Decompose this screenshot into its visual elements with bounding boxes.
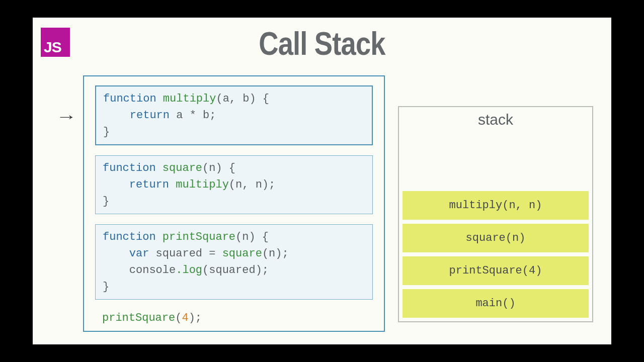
kw-function: function <box>103 231 156 243</box>
execution-arrow-icon: → <box>56 108 77 125</box>
js-logo-icon: JS <box>41 28 70 57</box>
code-text: } <box>103 195 109 208</box>
fn-printsquare-call: printSquare <box>102 312 175 324</box>
code-block-multiply: function multiply(a, b) { return a * b; … <box>95 85 373 145</box>
code-text: } <box>103 126 110 138</box>
slide-title: Call Stack <box>76 25 568 62</box>
kw-function: function <box>103 93 156 105</box>
code-block-printsquare: function printSquare(n) { var squared = … <box>95 224 373 300</box>
code-text: (n); <box>262 247 289 260</box>
kw-var: var <box>129 247 149 260</box>
code-block-square: function square(n) { return multiply(n, … <box>95 155 373 214</box>
kw-return: return <box>130 109 170 122</box>
code-text: (n) { <box>235 231 269 243</box>
code-text: ( <box>175 312 182 324</box>
fn-multiply-call: multiply <box>176 178 229 191</box>
fn-square-call: square <box>222 247 262 260</box>
stack-frame: main() <box>403 289 589 318</box>
code-call-line: printSquare(4); <box>95 310 373 326</box>
fn-square: square <box>163 162 202 174</box>
code-text: squared = <box>149 247 222 260</box>
code-text: console <box>129 264 176 277</box>
code-text: (n, n); <box>229 178 275 191</box>
stack-frame: printSquare(4) <box>403 256 589 285</box>
code-text: (squared); <box>202 264 269 277</box>
slide: JS Call Stack → function multiply(a, b) … <box>33 18 611 344</box>
kw-function: function <box>103 162 156 174</box>
fn-log: .log <box>176 264 202 277</box>
fn-printsquare: printSquare <box>163 231 235 243</box>
code-number: 4 <box>182 312 188 324</box>
code-text: (n) { <box>202 162 235 174</box>
stack-title: stack <box>403 111 589 128</box>
code-panel: function multiply(a, b) { return a * b; … <box>83 75 385 332</box>
code-text: } <box>103 281 109 293</box>
code-text: ); <box>189 312 202 324</box>
code-text: (a, b) { <box>216 93 269 105</box>
fn-multiply: multiply <box>163 93 216 105</box>
code-text: a * b; <box>170 109 216 122</box>
stack-frame: square(n) <box>403 224 589 252</box>
stack-frame: multiply(n, n) <box>403 191 589 220</box>
kw-return: return <box>129 178 169 191</box>
stack-empty-space <box>403 131 589 187</box>
stack-panel: stack multiply(n, n) square(n) printSqua… <box>398 106 593 322</box>
